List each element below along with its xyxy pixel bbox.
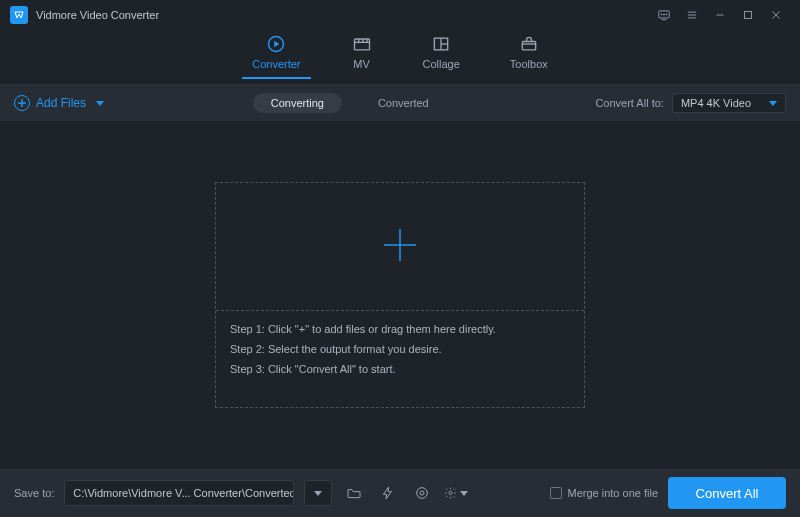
minimize-icon[interactable]	[706, 3, 734, 27]
collage-icon	[430, 34, 452, 54]
tab-converter[interactable]: Converter	[246, 34, 306, 78]
tab-label: Converter	[252, 58, 300, 70]
chevron-down-icon	[460, 491, 468, 496]
chevron-down-icon	[314, 491, 322, 496]
app-logo	[10, 6, 28, 24]
titlebar: Vidmore Video Converter	[0, 0, 800, 30]
add-files-label: Add Files	[36, 96, 86, 110]
merge-label: Merge into one file	[568, 487, 659, 499]
merge-checkbox[interactable]: Merge into one file	[550, 487, 659, 499]
toolbox-icon	[518, 34, 540, 54]
dropzone-steps: Step 1: Click "+" to add files or drag t…	[216, 311, 584, 407]
chevron-down-icon	[96, 101, 104, 106]
subtab-converted[interactable]: Converted	[360, 93, 447, 113]
main-area: Step 1: Click "+" to add files or drag t…	[0, 121, 800, 469]
svg-rect-20	[522, 42, 535, 50]
convert-all-button[interactable]: Convert All	[668, 477, 786, 509]
subtab-converting[interactable]: Converting	[253, 93, 342, 113]
hardware-accel-button[interactable]	[376, 481, 400, 505]
tab-toolbox[interactable]: Toolbox	[504, 34, 554, 78]
svg-point-27	[449, 491, 452, 494]
close-icon[interactable]	[762, 3, 790, 27]
tab-mv[interactable]: MV	[345, 34, 379, 78]
feedback-icon[interactable]	[650, 3, 678, 27]
maximize-icon[interactable]	[734, 3, 762, 27]
dropzone-plus-area[interactable]	[216, 183, 584, 311]
format-select[interactable]: MP4 4K Video	[672, 93, 786, 113]
plus-icon	[382, 227, 418, 266]
high-speed-button[interactable]	[410, 481, 434, 505]
svg-rect-8	[745, 12, 752, 19]
mv-icon	[351, 34, 373, 54]
svg-point-25	[417, 488, 428, 499]
menu-icon[interactable]	[678, 3, 706, 27]
convert-all-to-label: Convert All to:	[595, 97, 663, 109]
plus-circle-icon	[14, 95, 30, 111]
main-tabs: Converter MV Collage Toolbox	[0, 30, 800, 85]
app-title: Vidmore Video Converter	[36, 9, 159, 21]
toolbar: Add Files Converting Converted Convert A…	[0, 85, 800, 121]
dropzone[interactable]: Step 1: Click "+" to add files or drag t…	[215, 182, 585, 408]
tab-label: MV	[353, 58, 370, 70]
chevron-down-icon	[769, 101, 777, 106]
svg-point-26	[420, 491, 424, 495]
tab-label: Collage	[423, 58, 460, 70]
bottombar: Save to: C:\Vidmore\Vidmore V... Convert…	[0, 469, 800, 517]
save-to-label: Save to:	[14, 487, 54, 499]
step-text: Step 1: Click "+" to add files or drag t…	[230, 323, 570, 335]
svg-point-2	[664, 14, 665, 15]
save-path-dropdown[interactable]	[304, 480, 332, 506]
settings-button[interactable]	[444, 481, 468, 505]
step-text: Step 3: Click "Convert All" to start.	[230, 363, 570, 375]
tab-collage[interactable]: Collage	[417, 34, 466, 78]
svg-point-1	[661, 14, 662, 15]
tab-label: Toolbox	[510, 58, 548, 70]
format-selected-value: MP4 4K Video	[681, 97, 751, 109]
svg-point-3	[666, 14, 667, 15]
open-folder-button[interactable]	[342, 481, 366, 505]
save-path-input[interactable]: C:\Vidmore\Vidmore V... Converter\Conver…	[64, 480, 294, 506]
checkbox-icon	[550, 487, 562, 499]
step-text: Step 2: Select the output format you des…	[230, 343, 570, 355]
converter-icon	[265, 34, 287, 54]
add-files-button[interactable]: Add Files	[14, 95, 104, 111]
